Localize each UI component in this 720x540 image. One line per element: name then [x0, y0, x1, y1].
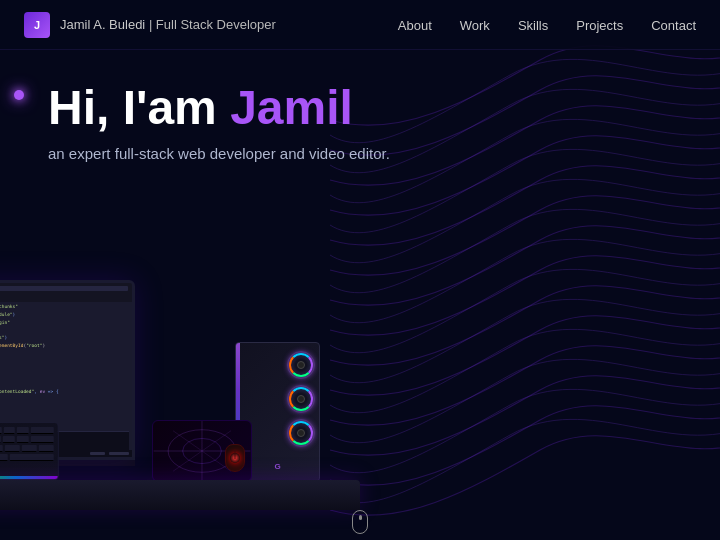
key — [0, 427, 1, 434]
nav-item-projects[interactable]: Projects — [576, 16, 623, 34]
key — [39, 445, 54, 452]
address-bar — [0, 286, 128, 291]
pc-fan-bottom — [287, 419, 315, 447]
mouse-divider — [235, 449, 236, 459]
nav-item-work[interactable]: Work — [460, 16, 490, 34]
key-shift-right — [10, 454, 54, 461]
keyboard-row-2 — [0, 436, 54, 443]
pc-fan-center-middle — [297, 395, 305, 403]
editor-topbar — [0, 283, 132, 293]
hero-heading: Hi, I'am Jamil — [48, 82, 672, 135]
mouse — [225, 444, 245, 472]
desk-surface — [0, 480, 360, 510]
key — [5, 445, 20, 452]
pc-fan-middle — [287, 385, 315, 413]
nav-brand-title: Jamil A. Buledi | Full Stack Developer — [60, 17, 276, 32]
keyboard-row-4 — [0, 454, 54, 461]
keyboard — [0, 422, 59, 480]
key — [3, 436, 15, 443]
nav-link-skills[interactable]: Skills — [518, 18, 548, 33]
editor-tabs — [0, 293, 132, 302]
key — [3, 427, 15, 434]
key-backspace — [31, 427, 54, 434]
pc-fans — [287, 351, 315, 447]
hero-name: Jamil — [230, 81, 353, 134]
keyboard-row-3 — [0, 445, 54, 452]
keyboard-row-1 — [0, 427, 54, 434]
key — [17, 427, 29, 434]
key — [0, 445, 3, 452]
nav-item-about[interactable]: About — [398, 16, 432, 34]
pc-fan-center-top — [297, 361, 305, 369]
scroll-mouse-icon — [352, 510, 368, 534]
key — [22, 445, 37, 452]
nav-brand: J Jamil A. Buledi | Full Stack Developer — [24, 12, 276, 38]
nav-link-contact[interactable]: Contact — [651, 18, 696, 33]
mouse-body — [225, 444, 245, 472]
hero-greeting: Hi, I'am — [48, 81, 230, 134]
key — [0, 436, 1, 443]
pc-fan-top — [287, 351, 315, 379]
nav-item-contact[interactable]: Contact — [651, 16, 696, 34]
nav-links: About Work Skills Projects Contact — [398, 16, 696, 34]
hero-subtitle: an expert full-stack web developer and v… — [48, 145, 672, 162]
keyboard-rows — [0, 427, 54, 461]
pc-brand-logo: G — [274, 462, 280, 471]
keyboard-body — [0, 422, 59, 480]
keyboard-rgb-strip — [0, 476, 58, 479]
key-spacebar — [0, 454, 8, 461]
nav-logo: J — [24, 12, 50, 38]
nav-link-about[interactable]: About — [398, 18, 432, 33]
key-enter — [30, 436, 53, 443]
pc-fan-center-bottom — [297, 429, 305, 437]
hero-section: Hi, I'am Jamil an expert full-stack web … — [0, 50, 720, 162]
navbar: J Jamil A. Buledi | Full Stack Developer… — [0, 0, 720, 50]
key — [17, 436, 29, 443]
scroll-wheel — [359, 515, 362, 520]
scroll-indicator — [352, 510, 368, 534]
desk-scene: G — [0, 210, 360, 510]
nav-item-skills[interactable]: Skills — [518, 16, 548, 34]
nav-link-work[interactable]: Work — [460, 18, 490, 33]
nav-link-projects[interactable]: Projects — [576, 18, 623, 33]
